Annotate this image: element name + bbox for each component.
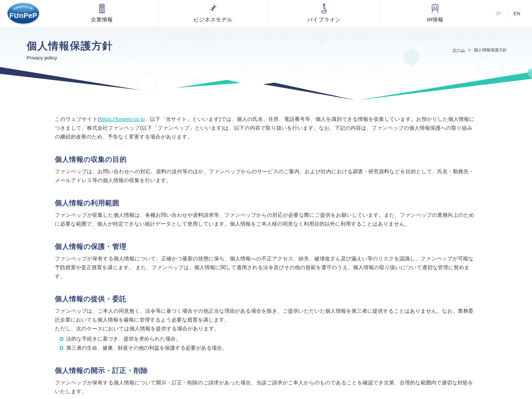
- breadcrumb-separator: >: [468, 48, 471, 52]
- site-header: Having Fun Life FUnPeP 企業情報: [0, 0, 532, 27]
- section-collection-purpose: 個人情報の収集の目的 ファンペップは、お問い合わせへの対応、資料の送付等のほか、…: [55, 155, 477, 185]
- section-heading: 個人情報の利用範囲: [55, 199, 477, 207]
- nav-item-business-model[interactable]: ビジネスモデル: [157, 0, 268, 27]
- nav-item-corporate[interactable]: 企業情報: [47, 0, 157, 27]
- svg-text:FUnPeP: FUnPeP: [9, 12, 37, 19]
- lang-divider: [507, 8, 507, 19]
- page-subtitle: Privacy policy: [27, 55, 532, 61]
- nav-item-ir[interactable]: IR情報: [379, 0, 490, 27]
- intro-text-pre: このウェブサイト(: [55, 116, 100, 122]
- nav-label-corporate: 企業情報: [91, 16, 113, 23]
- section-disclosure-correction-deletion: 個人情報の開示・訂正・削除 ファンペップが保有する個人情報について開示・訂正・削…: [55, 367, 477, 396]
- section-body: ファンペップが収集した個人情報は、各種お問い合わせや資料請求等、ファンペップから…: [55, 211, 477, 228]
- section-body: ファンペップが保有する個人情報について、正確かつ最新の状態に保ち、個人情報への不…: [55, 254, 477, 281]
- hero-banner: 個人情報保護方針 Privacy policy ホーム > 個人情報保護方針: [0, 27, 532, 98]
- section-heading: 個人情報の収集の目的: [55, 155, 477, 163]
- section-body-2: ただし、次のケースにおいては個人情報を提供する場合があります。: [55, 324, 477, 333]
- site-url-link[interactable]: https://funpep.co.jp: [100, 116, 145, 122]
- section-heading: 個人情報の保護・管理: [55, 243, 477, 251]
- section-usage-scope: 個人情報の利用範囲 ファンペップが収集した個人情報は、各種お問い合わせや資料請求…: [55, 199, 477, 228]
- section-heading: 個人情報の提供・委託: [55, 295, 477, 303]
- nav-label-pipeline: パイプライン: [307, 16, 341, 23]
- language-switcher: JP EN: [490, 0, 532, 27]
- section-provision-entrustment: 個人情報の提供・委託 ファンペップは、ご本人の同意無く、法令等に基づく場合その他…: [55, 295, 477, 352]
- list-item: 第三者の生命、健康、財産その他の利益を保護する必要がある場合。: [59, 343, 477, 352]
- lang-en-button[interactable]: EN: [513, 11, 520, 16]
- section-body: ファンペップは、お問い合わせへの対応、資料の送付等のほか、ファンペップからのサー…: [55, 167, 477, 185]
- nav-item-pipeline[interactable]: パイプライン: [268, 0, 379, 27]
- provision-cases-list: 法的な手続きに基づき、提供を求められた場合。 第三者の生命、健康、財産その他の利…: [59, 334, 477, 352]
- dna-icon: [208, 4, 218, 14]
- breadcrumb-home-link[interactable]: ホーム: [452, 48, 465, 52]
- section-body: ファンペップが保有する個人情報について開示・訂正・削除のご請求があった場合、当該…: [55, 378, 477, 396]
- funpep-logo-icon: Having Fun Life FUnPeP: [6, 2, 41, 25]
- breadcrumb: ホーム > 個人情報保護方針: [452, 47, 507, 53]
- policy-content: このウェブサイト(https://funpep.co.jp、以下「当サイト」とい…: [0, 98, 532, 399]
- section-body: ファンペップは、ご本人の同意無く、法令等に基づく場合その他正当な理由がある場合を…: [55, 307, 477, 324]
- presentation-icon: [430, 4, 440, 14]
- nav-label-ir: IR情報: [427, 16, 443, 23]
- list-item: 法的な手続きに基づき、提供を求められた場合。: [59, 334, 477, 343]
- microscope-icon: [319, 4, 329, 14]
- section-protection-management: 個人情報の保護・管理 ファンペップが保有する個人情報について、正確かつ最新の状態…: [55, 243, 477, 281]
- funpep-logo[interactable]: Having Fun Life FUnPeP: [0, 0, 47, 27]
- breadcrumb-current: 個人情報保護方針: [474, 48, 507, 52]
- intro-paragraph: このウェブサイト(https://funpep.co.jp、以下「当サイト」とい…: [55, 115, 477, 141]
- main-nav: 企業情報 ビジネスモデル: [47, 0, 490, 27]
- building-icon: [97, 4, 107, 14]
- nav-label-business-model: ビジネスモデル: [193, 16, 233, 23]
- hero-stripe-decoration: [0, 63, 532, 101]
- section-heading: 個人情報の開示・訂正・削除: [55, 367, 477, 374]
- lang-jp-button[interactable]: JP: [495, 11, 501, 16]
